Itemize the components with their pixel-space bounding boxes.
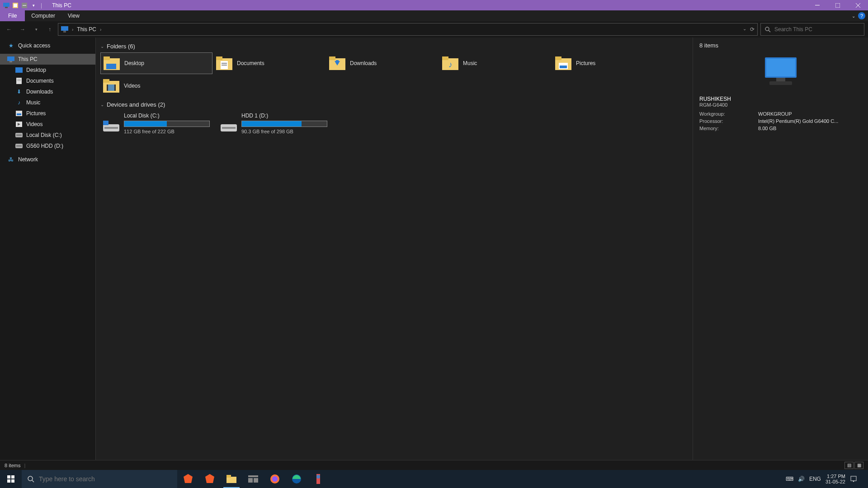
maximize-button[interactable] [827, 0, 848, 10]
chevron-right-icon[interactable]: › [72, 27, 73, 32]
qat-new-icon[interactable] [12, 2, 19, 9]
folder-icon [103, 78, 119, 94]
sidebar-this-pc[interactable]: This PC [0, 54, 95, 65]
svg-line-66 [32, 480, 34, 482]
folder-label: Desktop [124, 60, 144, 66]
tray-notifications-icon[interactable] [850, 475, 857, 483]
taskbar-app-firefox[interactable] [264, 470, 286, 488]
address-dropdown-icon[interactable]: ⌄ [743, 26, 746, 33]
sidebar-label: Videos [26, 121, 42, 127]
svg-rect-39 [336, 60, 339, 64]
view-large-icons-button[interactable]: ▦ [854, 462, 863, 469]
svg-rect-41 [442, 56, 448, 60]
svg-rect-61 [7, 475, 10, 479]
sidebar-network[interactable]: 🖧 Network [0, 154, 95, 165]
drive-capacity-bar [241, 121, 327, 127]
svg-rect-18 [17, 79, 21, 80]
sidebar-quick-access[interactable]: ★ Quick access [0, 40, 95, 51]
svg-rect-53 [104, 127, 118, 129]
refresh-icon[interactable]: ⟳ [750, 26, 755, 33]
back-button[interactable]: ← [4, 24, 14, 35]
recent-dropdown-icon[interactable]: ▾ [31, 24, 42, 35]
navigation-pane: ★ Quick access This PC Desktop Documents… [0, 38, 96, 460]
drive-local-disk-c[interactable]: Local Disk (C:) 112 GB free of 222 GB [100, 111, 212, 136]
qat-dropdown-icon[interactable]: ▾ [30, 2, 37, 9]
taskbar-search-input[interactable] [39, 475, 172, 483]
svg-rect-19 [17, 80, 21, 81]
ribbon-tab-view[interactable]: View [61, 10, 86, 21]
this-pc-icon [61, 26, 68, 33]
tray-language[interactable]: ENG [809, 476, 821, 482]
sidebar-item-desktop[interactable]: Desktop [0, 65, 95, 75]
sidebar-item-documents[interactable]: Documents [0, 75, 95, 86]
folder-documents[interactable]: Documents [213, 52, 326, 74]
svg-rect-70 [226, 475, 231, 478]
taskbar-app-taskview[interactable] [242, 470, 264, 488]
sidebar-item-downloads[interactable]: ⬇ Downloads [0, 86, 95, 97]
svg-rect-51 [114, 84, 116, 91]
titlebar: ▾ | This PC [0, 0, 868, 10]
sidebar-label: Pictures [26, 110, 46, 117]
svg-rect-7 [835, 3, 840, 8]
address-bar[interactable]: › This PC › ⌄ ⟳ [58, 23, 758, 36]
svg-marker-80 [853, 481, 854, 482]
sidebar-item-hdd-d[interactable]: G560 HDD (D:) [0, 141, 95, 151]
taskbar-app-brave-1[interactable] [177, 470, 199, 488]
svg-rect-62 [11, 475, 14, 479]
show-desktop-button[interactable] [862, 470, 864, 488]
sidebar-item-videos[interactable]: Videos [0, 119, 95, 130]
details-model: RGM-G6400 [699, 102, 862, 108]
ribbon-tab-computer[interactable]: Computer [25, 10, 61, 21]
start-button[interactable] [0, 470, 22, 488]
this-pc-icon [7, 56, 14, 63]
taskbar-search[interactable] [22, 470, 177, 488]
folder-icon [216, 55, 232, 71]
chevron-right-icon[interactable]: › [100, 27, 101, 32]
folder-desktop[interactable]: Desktop [100, 52, 212, 74]
folder-downloads[interactable]: Downloads [326, 52, 439, 74]
group-label: Devices and drives (2) [107, 101, 165, 108]
ribbon-file-tab[interactable]: File [0, 10, 25, 21]
search-input[interactable] [774, 26, 860, 33]
svg-rect-21 [17, 113, 21, 115]
tray-volume-icon[interactable]: 🔊 [798, 476, 805, 482]
folder-pictures[interactable]: Pictures [552, 52, 665, 74]
taskbar-app-edge[interactable] [286, 470, 307, 488]
search-box[interactable] [760, 23, 864, 36]
sidebar-item-pictures[interactable]: Pictures [0, 108, 95, 119]
group-header-drives[interactable]: ⌄ Devices and drives (2) [100, 101, 688, 108]
qat-properties-icon[interactable] [21, 2, 28, 9]
music-icon: ♪ [15, 99, 23, 106]
status-bar: 8 items | ▤ ▦ [0, 460, 868, 470]
folder-icon [104, 55, 120, 71]
taskbar-app-misc[interactable] [307, 470, 329, 488]
sidebar-item-local-disk-c[interactable]: Local Disk (C:) [0, 130, 95, 141]
details-value: WORKGROUP [758, 111, 862, 117]
address-segment[interactable]: This PC [77, 26, 96, 33]
folder-music[interactable]: ♪ Music [439, 52, 552, 74]
folder-videos[interactable]: Videos [100, 75, 212, 97]
tray-time-text: 1:27 PM [826, 474, 845, 479]
view-details-button[interactable]: ▤ [844, 462, 854, 469]
up-button[interactable]: ↑ [44, 24, 55, 35]
taskbar-app-explorer[interactable] [221, 470, 242, 488]
forward-button[interactable]: → [17, 24, 28, 35]
drive-name: HDD 1 (D:) [241, 113, 327, 119]
svg-point-75 [272, 476, 278, 482]
help-icon[interactable]: ? [858, 12, 865, 19]
close-button[interactable] [848, 0, 868, 10]
sidebar-item-music[interactable]: ♪ Music [0, 97, 95, 108]
tray-clock[interactable]: 1:27 PM 31-05-22 [826, 474, 845, 484]
tray-keyboard-icon[interactable]: ⌨ [786, 476, 793, 482]
svg-marker-68 [205, 474, 214, 483]
taskbar-app-brave-2[interactable] [199, 470, 221, 488]
ribbon-expand-icon[interactable]: ⌄ [852, 14, 855, 19]
minimize-button[interactable] [807, 0, 827, 10]
address-row: ← → ▾ ↑ › This PC › ⌄ ⟳ [0, 21, 868, 38]
svg-rect-32 [216, 56, 222, 60]
group-header-folders[interactable]: ⌄ Folders (6) [100, 43, 688, 50]
desktop-icon [15, 66, 23, 74]
window-title: This PC [52, 2, 71, 9]
drive-hdd-1-d[interactable]: HDD 1 (D:) 90.3 GB free of 298 GB [218, 111, 330, 136]
svg-point-78 [316, 475, 320, 479]
